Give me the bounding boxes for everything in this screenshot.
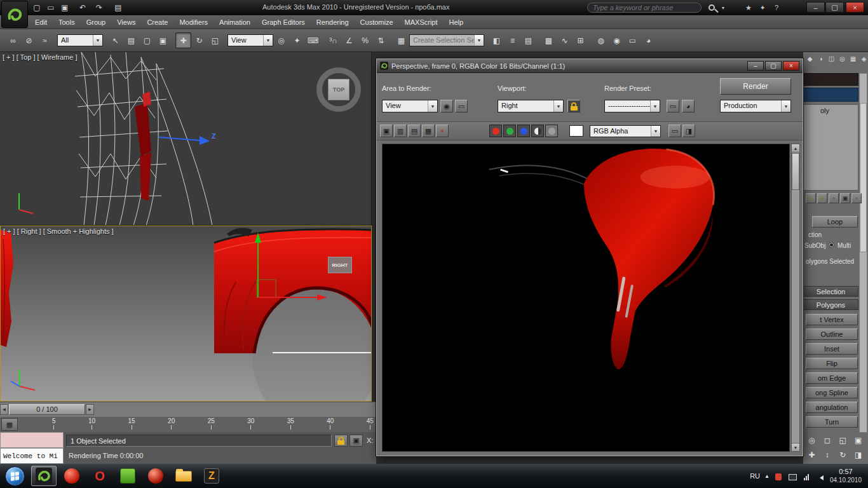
menu-tools[interactable]: Tools — [53, 17, 81, 28]
angle-snap-icon[interactable]: ∠ — [341, 32, 357, 48]
open-file-icon[interactable]: ▭ — [44, 2, 57, 13]
print-image-icon[interactable]: ▦ — [422, 125, 435, 137]
mirror-icon[interactable]: ◧ — [489, 32, 505, 48]
percent-snap-icon[interactable]: % — [357, 32, 373, 48]
dropdown-arrow-icon[interactable]: ▼ — [650, 100, 660, 112]
make-unique-icon[interactable]: ▫ — [829, 193, 839, 203]
save-file-icon[interactable]: ▣ — [58, 2, 71, 13]
tray-expand-icon[interactable]: ▲ — [764, 473, 770, 479]
scroll-down-icon[interactable]: ▼ — [792, 443, 799, 451]
taskbar-red-app-1[interactable] — [59, 466, 85, 486]
loop-button[interactable]: Loop — [812, 216, 858, 227]
material-editor-icon[interactable]: ◍ — [593, 32, 609, 48]
dropdown-arrow-icon[interactable]: ▼ — [553, 100, 563, 112]
scrollbar-thumb[interactable] — [792, 153, 799, 190]
pin-stack-icon[interactable]: ∨ — [806, 193, 816, 203]
unlink-selection-icon[interactable]: ⊘ — [21, 32, 37, 48]
rectangular-selection-region-icon[interactable]: ▢ — [139, 32, 155, 48]
previous-frame-icon[interactable]: ◄ — [0, 404, 8, 415]
start-button[interactable] — [5, 466, 25, 486]
tab-motion-icon[interactable]: ◎ — [837, 54, 847, 64]
graphite-modeling-icon[interactable]: ▩ — [541, 32, 557, 48]
render-canvas-scrollbar[interactable]: ▲ ▼ — [791, 144, 800, 452]
zoom-all-icon[interactable]: ◻ — [820, 433, 835, 447]
rendered-frame-window-icon[interactable]: ▭ — [625, 32, 641, 48]
undo-icon[interactable]: ↶ — [76, 2, 89, 13]
show-end-result-icon[interactable]: ∨ — [817, 193, 827, 203]
retriangulation-button[interactable]: angulation — [806, 402, 858, 413]
clock[interactable]: 0:57 04.10.2010 — [830, 468, 862, 484]
mini-curve-editor-icon[interactable]: ▦ — [1, 418, 18, 431]
menu-rendering[interactable]: Rendering — [311, 17, 355, 28]
tab-utilities-icon[interactable]: ◈ — [859, 54, 868, 64]
schematic-view-icon[interactable]: ⊞ — [573, 32, 588, 48]
volume-icon[interactable] — [816, 472, 825, 480]
keyboard-override-icon[interactable]: ⌨ — [305, 32, 321, 48]
3dsmax-app-logo[interactable] — [1, 1, 28, 28]
dropdown-arrow-icon[interactable]: ▼ — [93, 35, 102, 46]
clear-image-icon[interactable]: × — [436, 125, 449, 137]
extrude-along-spline-button[interactable]: ong Spline — [806, 387, 858, 398]
select-and-scale-icon[interactable]: ◱ — [207, 32, 223, 48]
maximize-viewport-icon[interactable]: ◨ — [851, 448, 866, 461]
minimize-button[interactable]: – — [806, 2, 825, 13]
modifier-stack-selected-row[interactable] — [803, 88, 858, 102]
menu-animation[interactable]: Animation — [214, 17, 256, 28]
select-by-name-icon[interactable]: ▤ — [123, 32, 139, 48]
tab-create-icon[interactable]: ◆ — [805, 54, 815, 64]
favorites-star-icon[interactable]: ★ — [742, 2, 755, 13]
time-slider[interactable]: ◄ 0 / 100 ► — [0, 402, 376, 416]
maxscript-listener-input[interactable] — [0, 432, 64, 448]
viewcube-top-face[interactable]: TOP — [328, 79, 349, 100]
render-minimize-button[interactable]: – — [747, 61, 764, 71]
red-channel-icon[interactable] — [489, 125, 502, 137]
track-bar[interactable]: ▦ 5 10 15 20 25 30 35 40 45 — [0, 416, 376, 432]
object-name-field[interactable] — [803, 73, 858, 86]
action-center-icon[interactable] — [774, 472, 783, 480]
menu-group[interactable]: Group — [81, 17, 112, 28]
viewport-top-wireframe[interactable]: [ + ] [ Top ] [ Wireframe ] — [0, 52, 372, 226]
time-slider-handle[interactable]: 0 / 100 — [9, 404, 85, 415]
taskbar-opera[interactable]: O — [87, 466, 112, 486]
copy-to-clipboard-icon[interactable]: ▭ — [668, 125, 681, 137]
render-preset-dropdown[interactable]: -------------------- ▼ — [604, 100, 660, 112]
field-of-view-icon[interactable]: ↕ — [820, 448, 835, 461]
alpha-channel-icon[interactable] — [545, 125, 558, 137]
dropdown-arrow-icon[interactable]: ▼ — [781, 100, 790, 112]
zoom-region-icon[interactable]: ▣ — [851, 433, 866, 447]
dropdown-arrow-icon[interactable]: ▼ — [263, 35, 273, 46]
pan-icon[interactable]: ✚ — [804, 448, 819, 461]
snap-toggle-3d-icon[interactable]: ³∩ — [325, 32, 341, 48]
remove-modifier-icon[interactable]: ▣ — [840, 193, 850, 203]
render-maximize-button[interactable]: ▢ — [765, 61, 782, 71]
taskbar-3dsmax[interactable] — [31, 466, 57, 486]
render-setup-icon[interactable]: ◉ — [609, 32, 625, 48]
viewport-lock-icon[interactable] — [567, 100, 580, 112]
render-production-icon[interactable]: ◕ — [641, 32, 656, 48]
save-preset-icon[interactable]: ▭ — [667, 100, 679, 112]
auto-region-icon[interactable]: ▭ — [455, 100, 468, 112]
split-channels-icon[interactable]: ◨ — [682, 125, 695, 137]
polygons-rollout-header[interactable]: Polygons — [803, 299, 858, 310]
viewport-top-label[interactable]: [ + ] [ Top ] [ Wireframe ] — [3, 53, 77, 61]
viewport-right-shaded[interactable]: [ + ] [ Right ] [ Smooth + Highlights ] — [0, 226, 372, 402]
menu-customize[interactable]: Customize — [355, 17, 399, 28]
menu-help[interactable]: Help — [444, 17, 470, 28]
taskbar-green-app[interactable] — [115, 466, 140, 486]
hinge-from-edge-button[interactable]: om Edge — [806, 372, 858, 384]
dropdown-arrow-icon[interactable]: ▼ — [651, 126, 660, 137]
scrollbar-thumb[interactable] — [860, 103, 867, 252]
viewcube[interactable]: TOP — [316, 67, 361, 112]
display-tray-icon[interactable] — [788, 472, 797, 480]
taskbar-explorer[interactable] — [171, 466, 196, 486]
select-and-move-icon[interactable]: ✚ — [175, 32, 191, 48]
render-window-titlebar[interactable]: Perspective, frame 0, RGBA Color 16 Bits… — [377, 59, 803, 73]
curve-editor-icon[interactable]: ∿ — [557, 32, 573, 48]
window-crossing-icon[interactable]: ▣ — [155, 32, 171, 48]
extrude-vertex-button[interactable]: t Vertex — [806, 314, 858, 325]
network-icon[interactable] — [802, 472, 811, 480]
rendered-frame-window[interactable]: Perspective, frame 0, RGBA Color 16 Bits… — [376, 58, 803, 456]
scroll-up-icon[interactable]: ▲ — [792, 144, 799, 152]
use-pivot-center-icon[interactable]: ◎ — [273, 32, 289, 48]
render-setup-icon[interactable]: ◕ — [682, 100, 695, 112]
